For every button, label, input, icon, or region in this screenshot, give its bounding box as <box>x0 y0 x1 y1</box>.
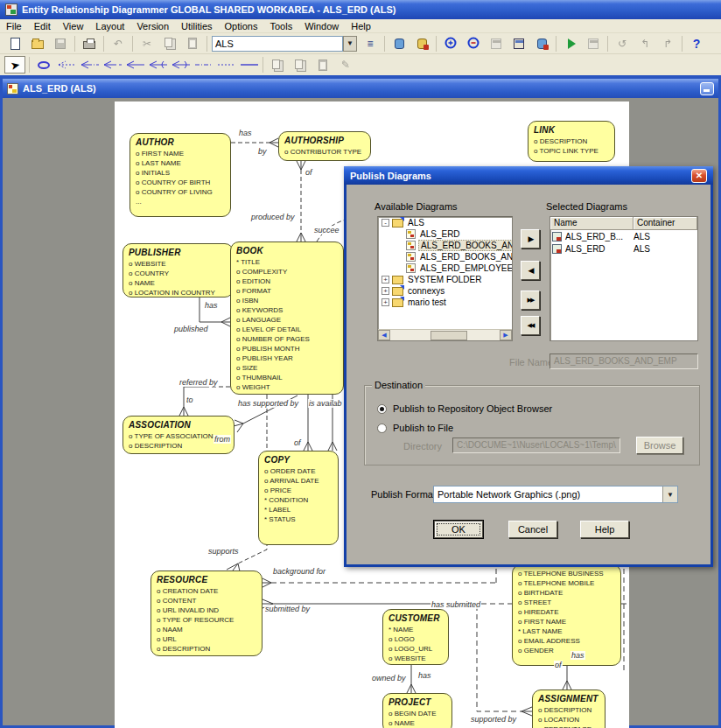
diagram-window-titlebar[interactable]: ALS_ERD (ALS) <box>3 79 718 98</box>
cancel-button[interactable]: Cancel <box>508 521 557 538</box>
selected-diagram-row[interactable]: ALS_ERD_B...ALS <box>550 230 697 242</box>
menu-file[interactable]: File <box>0 20 28 32</box>
move-right-button[interactable]: ▶ <box>521 229 540 248</box>
autolayout-button[interactable] <box>531 35 552 52</box>
save-diagram-button[interactable] <box>50 35 71 52</box>
zoom-in-button[interactable] <box>440 35 461 52</box>
entity-authorship[interactable]: AUTHORSHIPo CONTRIBUTOR TYPE <box>278 131 371 161</box>
dialog-titlebar[interactable]: Publish Diagrams ✕ <box>344 166 713 185</box>
requery-repository-button[interactable] <box>388 35 410 52</box>
tree-item-als-erd[interactable]: ALS_ERD <box>378 228 512 240</box>
print-button[interactable] <box>79 35 100 52</box>
menu-edit[interactable]: Edit <box>28 20 57 32</box>
layout-levels-button[interactable]: ≡ <box>360 35 381 52</box>
scroll-left-icon[interactable]: ◀ <box>378 330 390 340</box>
menu-layout[interactable]: Layout <box>89 20 130 32</box>
column-header-name[interactable]: Name <box>550 217 634 229</box>
minimize-window-button[interactable] <box>700 82 714 95</box>
publish-to-file-radio[interactable] <box>377 424 387 433</box>
scroll-right-icon[interactable]: ▶ <box>500 330 512 340</box>
publish-button[interactable] <box>560 35 581 52</box>
minimize-notation-button[interactable] <box>508 35 529 52</box>
combo-dropdown-arrow-icon[interactable]: ▼ <box>662 486 677 502</box>
publish-to-file-label[interactable]: Publish to File <box>393 423 453 433</box>
entity-resource[interactable]: RESOURCEo CREATION DATEo CONTENTo URL IN… <box>150 570 262 656</box>
tree-expander-icon[interactable]: + <box>382 298 389 306</box>
combo-dropdown-arrow-icon[interactable]: ▼ <box>343 36 357 52</box>
menu-version[interactable]: Version <box>130 20 175 32</box>
relationship-tool-many-arc-1[interactable] <box>147 56 168 74</box>
tree-expander-icon[interactable]: + <box>382 276 389 284</box>
diagram-combo-value[interactable]: ALS <box>212 36 343 52</box>
ok-button[interactable]: OK <box>434 521 483 538</box>
relationship-tool-one-solid[interactable] <box>238 56 259 74</box>
entity-book[interactable]: BOOK* TITLEo COMPLEXITYo EDITIONo FORMAT… <box>230 242 344 395</box>
broadcast-button[interactable] <box>583 35 604 52</box>
entity-partially-hidden[interactable]: o TELEPHONE BUSINESSo TELEPHONE MOBILEo … <box>512 564 621 666</box>
entity-customer[interactable]: CUSTOMER* NAMEo LOGOo LOGO_URLo WEBSITE <box>382 609 449 665</box>
edit-notes-button[interactable] <box>290 56 311 74</box>
tree-item-als[interactable]: -ALS <box>378 217 512 228</box>
entity-publisher[interactable]: PUBLISHERo WEBSITEo COUNTRYo NAMEo LOCAT… <box>122 243 234 298</box>
menu-view[interactable]: View <box>57 20 90 32</box>
selected-diagram-row[interactable]: ALS_ERDALS <box>550 242 697 255</box>
edit-style-button[interactable]: ✎ <box>335 56 356 74</box>
diagram-combo[interactable]: ALS ▼ <box>212 36 357 52</box>
entity-author[interactable]: AUTHORo FIRST NAMEo LAST NAMEo INITIALSo… <box>130 133 231 217</box>
relationship-tool-one-dashdot[interactable] <box>192 56 214 74</box>
edit-text-button[interactable] <box>312 56 333 74</box>
undo-button[interactable]: ↶ <box>108 35 129 52</box>
menu-help[interactable]: Help <box>345 20 377 32</box>
tree-item-als-erd-books-and-em[interactable]: ALS_ERD_BOOKS_AND_EM <box>378 240 512 251</box>
tree-item-als-erd-books-and-em[interactable]: ALS_ERD_BOOKS_AND_EM <box>378 251 512 262</box>
paste-button[interactable] <box>182 35 203 52</box>
relationship-tool-many-solid[interactable] <box>124 56 145 74</box>
cut-button[interactable]: ✂ <box>136 35 158 52</box>
close-icon[interactable]: ✕ <box>691 169 707 183</box>
tree-item-connexys[interactable]: +connexys <box>378 285 512 297</box>
available-diagrams-tree[interactable]: -ALSALS_ERDALS_ERD_BOOKS_AND_EMALS_ERD_B… <box>377 216 513 341</box>
relationship-tool-many-dotted[interactable] <box>56 56 77 74</box>
relationship-tool-one-dotted[interactable] <box>215 56 236 74</box>
zoom-fit-button[interactable] <box>486 35 507 52</box>
help-button[interactable]: Help <box>580 521 629 538</box>
help-button[interactable]: ? <box>686 35 707 52</box>
publish-to-repository-radio[interactable] <box>377 404 387 414</box>
menu-window[interactable]: Window <box>298 20 345 32</box>
column-header-container[interactable]: Container <box>634 217 697 229</box>
move-left-button[interactable]: ◀ <box>521 261 540 280</box>
selected-diagrams-list[interactable]: Name Container ALS_ERD_B...ALSALS_ERDALS <box>550 216 698 341</box>
scrollbar-thumb[interactable] <box>430 331 467 340</box>
menu-tools[interactable]: Tools <box>263 20 298 32</box>
publish-to-repository-label[interactable]: Publish to Repository Object Browser <box>393 403 552 414</box>
menu-options[interactable]: Options <box>219 20 264 32</box>
capture-repository-button[interactable] <box>411 35 432 52</box>
previous-layout-button[interactable]: ↺ <box>612 35 633 52</box>
tree-item-als-erd-employee[interactable]: ALS_ERD_EMPLOYEE <box>378 262 512 274</box>
tree-item-system-folder[interactable]: +SYSTEM FOLDER <box>378 274 512 285</box>
open-diagram-button[interactable] <box>27 35 48 52</box>
revert-layout-button[interactable]: ↰ <box>634 35 655 52</box>
zoom-out-button[interactable] <box>463 35 484 52</box>
browse-button[interactable]: Browse <box>636 437 683 454</box>
publish-format-combo[interactable]: Portable Network Graphics (.png) ▼ <box>433 486 678 503</box>
move-all-right-button[interactable]: ▶▶ <box>521 290 540 310</box>
entity-project[interactable]: PROJECTo BEGIN DATEo NAME <box>382 693 452 728</box>
menu-utilities[interactable]: Utilities <box>175 20 218 32</box>
tree-item-mario-test[interactable]: +mario test <box>378 297 512 308</box>
relationship-tool-many-dashdot[interactable] <box>79 56 100 74</box>
entity-link[interactable]: LINKo DESCRIPTIONo TOPIC LINK TYPE <box>528 121 615 162</box>
tree-expander-icon[interactable]: + <box>382 287 389 295</box>
new-diagram-button[interactable] <box>4 35 25 52</box>
entity-assignment[interactable]: ASSIGNMENTo DESCRIPTIONo LOCATIONo PERCE… <box>532 690 606 728</box>
relationship-tool-many-dashed[interactable] <box>102 56 122 74</box>
tree-expander-icon[interactable]: - <box>382 219 389 227</box>
move-all-left-button[interactable]: ◀◀ <box>521 316 540 335</box>
tree-horizontal-scrollbar[interactable]: ◀ ▶ <box>378 329 512 340</box>
select-tool[interactable]: ➤ <box>4 56 25 74</box>
entity-tool[interactable] <box>33 56 54 74</box>
edit-properties-button[interactable] <box>267 56 288 74</box>
relationship-tool-many-arc-2[interactable] <box>170 56 191 74</box>
entity-copy[interactable]: COPYo ORDER DATEo ARRIVAL DATEo PRICE* C… <box>258 451 339 545</box>
next-layout-button[interactable]: ↱ <box>657 35 678 52</box>
